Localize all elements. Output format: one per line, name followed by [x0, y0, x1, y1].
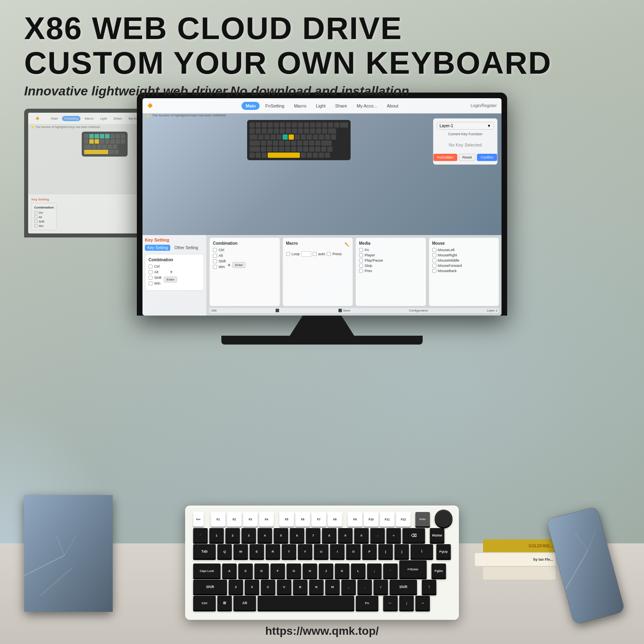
- loop-count-input[interactable]: [301, 251, 311, 257]
- key-o[interactable]: O: [346, 544, 361, 559]
- key-up[interactable]: ↑: [422, 580, 436, 594]
- alt-cb[interactable]: [213, 254, 217, 258]
- enter-key[interactable]: Enter: [164, 277, 177, 283]
- key-k[interactable]: K: [335, 564, 349, 578]
- nav-login[interactable]: Login/Register: [471, 103, 497, 108]
- layer-select[interactable]: Layer-1 ▼: [437, 122, 494, 130]
- key-q[interactable]: Q: [217, 544, 232, 559]
- key-period[interactable]: .: [357, 580, 372, 594]
- bg-nav-fnsetting[interactable]: FnSetting: [62, 116, 80, 121]
- key-f2[interactable]: F2: [227, 512, 242, 526]
- playpause-checkbox[interactable]: [359, 258, 363, 262]
- ctrl-cb[interactable]: [213, 248, 217, 252]
- mouseleft-checkbox[interactable]: [432, 248, 436, 252]
- key-semicolon[interactable]: ;: [367, 564, 382, 578]
- key-f5[interactable]: F5: [279, 512, 294, 526]
- key-down[interactable]: ↓: [399, 596, 414, 610]
- key-p[interactable]: P: [362, 544, 377, 559]
- ctrl-checkbox[interactable]: [149, 264, 153, 268]
- confirm-button[interactable]: Confirm: [477, 154, 497, 161]
- key-rshift[interactable]: Shift: [390, 580, 417, 594]
- key-f8[interactable]: F8: [328, 512, 342, 526]
- key-t[interactable]: T: [282, 544, 296, 559]
- panel-tab-othersetting[interactable]: Other Setting: [172, 245, 200, 251]
- key-c[interactable]: C: [261, 580, 275, 594]
- key-tab[interactable]: Tab: [193, 544, 216, 559]
- key-7[interactable]: 7: [306, 528, 320, 543]
- key-f10[interactable]: F10: [364, 512, 378, 526]
- key-f4[interactable]: F4: [259, 512, 274, 526]
- key-f12[interactable]: F12: [396, 512, 411, 526]
- auto-checkbox[interactable]: [313, 252, 317, 256]
- key-h[interactable]: H: [303, 564, 317, 578]
- key-slash[interactable]: /: [374, 580, 388, 594]
- key-g[interactable]: G: [287, 564, 301, 578]
- key-e[interactable]: E: [250, 544, 264, 559]
- key-space[interactable]: [258, 596, 354, 610]
- mouseforward-checkbox[interactable]: [432, 264, 436, 268]
- key-comma[interactable]: ,: [341, 580, 356, 594]
- key-n[interactable]: N: [309, 580, 324, 594]
- nav-tab-main[interactable]: Main: [242, 102, 260, 110]
- key-v[interactable]: V: [277, 580, 291, 594]
- key-s[interactable]: S: [238, 564, 253, 578]
- key-rbracket[interactable]: ]: [394, 544, 409, 559]
- key-y[interactable]: Y: [298, 544, 312, 559]
- mouseback-checkbox[interactable]: [432, 269, 436, 273]
- macro-edit-icon[interactable]: ✏️: [345, 242, 349, 247]
- reset-button[interactable]: Reset: [459, 154, 476, 161]
- key-minus[interactable]: -: [370, 528, 385, 543]
- key-f7[interactable]: F7: [312, 512, 326, 526]
- key-lshift[interactable]: Shift: [193, 580, 227, 594]
- key-d[interactable]: D: [254, 564, 269, 578]
- panel-tab-keysetting[interactable]: Key Setting: [145, 245, 170, 251]
- key-8[interactable]: 8: [322, 528, 336, 543]
- key-9[interactable]: 9: [338, 528, 353, 543]
- key-l[interactable]: L: [351, 564, 365, 578]
- key-f9[interactable]: F9: [348, 512, 362, 526]
- nav-tab-about[interactable]: About: [383, 102, 402, 110]
- mousemiddle-checkbox[interactable]: [432, 258, 436, 262]
- key-a[interactable]: A: [222, 564, 237, 578]
- key-backslash[interactable]: \: [411, 544, 433, 559]
- key-prtsc[interactable]: PrtSc: [415, 512, 430, 526]
- nav-tab-myaccount[interactable]: My Acco...: [353, 102, 381, 110]
- fn-checkbox[interactable]: [359, 248, 363, 252]
- key-f1[interactable]: F1: [211, 512, 225, 526]
- win-checkbox[interactable]: [149, 281, 153, 285]
- key-u[interactable]: U: [314, 544, 328, 559]
- prev-checkbox[interactable]: [359, 269, 363, 273]
- key-home[interactable]: Home: [430, 528, 444, 543]
- forbidden-button[interactable]: Forbidden: [433, 154, 457, 161]
- key-3[interactable]: 3: [242, 528, 256, 543]
- key-enter[interactable]: ↵Enter: [399, 560, 427, 578]
- shift-checkbox[interactable]: [149, 276, 153, 280]
- key-r[interactable]: R: [266, 544, 280, 559]
- key-fn[interactable]: Fn: [356, 596, 378, 610]
- mouseright-checkbox[interactable]: [432, 253, 436, 257]
- win-cb[interactable]: [213, 265, 217, 269]
- key-backspace[interactable]: ⌫: [402, 528, 425, 543]
- nav-tab-share[interactable]: Share: [331, 102, 351, 110]
- nav-tab-light[interactable]: Light: [312, 102, 330, 110]
- stop-checkbox[interactable]: [359, 264, 363, 268]
- key-lalt[interactable]: Alt: [233, 596, 256, 610]
- key-pgup[interactable]: PgUp: [436, 544, 451, 559]
- key-f6[interactable]: F6: [295, 512, 310, 526]
- key-f11[interactable]: F11: [380, 512, 394, 526]
- key-lctrl[interactable]: Ctrl: [193, 596, 216, 610]
- key-i[interactable]: I: [330, 544, 345, 559]
- key-x[interactable]: X: [245, 580, 259, 594]
- key-6[interactable]: 6: [290, 528, 304, 543]
- key-m[interactable]: M: [325, 580, 340, 594]
- key-1[interactable]: 1: [209, 528, 224, 543]
- key-5[interactable]: 5: [274, 528, 288, 543]
- shift-cb[interactable]: [213, 259, 217, 263]
- nav-tab-fnsetting[interactable]: FnSetting: [261, 102, 288, 110]
- key-z[interactable]: Z: [229, 580, 243, 594]
- key-b[interactable]: B: [293, 580, 308, 594]
- key-win[interactable]: ⊞: [217, 596, 232, 610]
- key-pgdn[interactable]: PgDn: [431, 564, 446, 578]
- key-2[interactable]: 2: [225, 528, 240, 543]
- key-w[interactable]: W: [233, 544, 248, 559]
